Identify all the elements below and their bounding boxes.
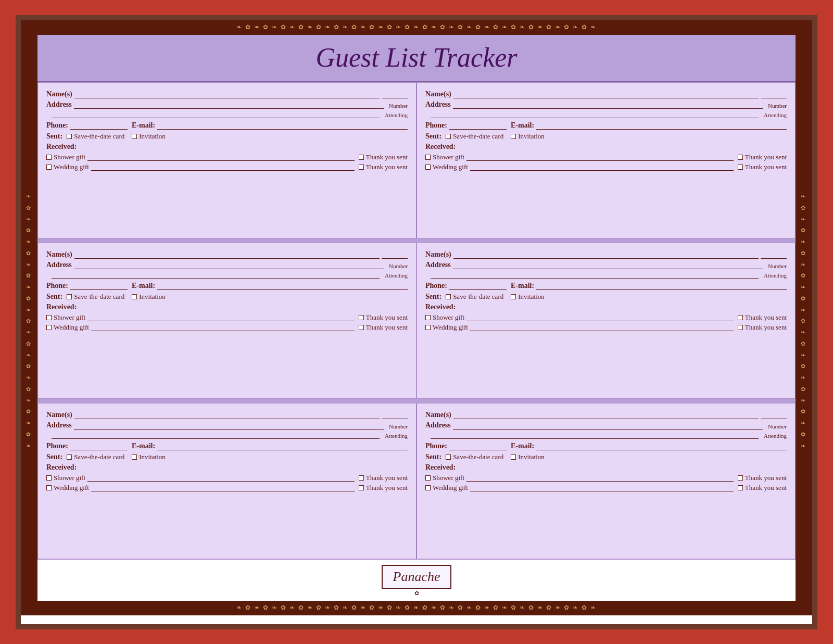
wedding-gift-label-3: Wedding gift [46, 323, 89, 332]
address-block-5: Address Number Attending [46, 421, 408, 439]
checkbox-thankyou-shower-2[interactable] [738, 155, 743, 160]
thankyou-wedding-text-2: Thank you sent [745, 163, 787, 171]
address-block-1: Address Number Attending [46, 100, 408, 118]
checkbox-invitation-5[interactable] [132, 454, 137, 460]
sent-option-savedate-3: Save-the-date card [67, 293, 124, 301]
received-label-2: Received: [425, 143, 787, 151]
gift-row-shower-1: Shower gift Thank you sent [46, 153, 408, 161]
address-row1-4: Address Number [425, 261, 787, 269]
checkbox-savedate-3[interactable] [67, 294, 72, 299]
wedding-gift-label-2: Wedding gift [425, 163, 468, 171]
phone-email-row-6: Phone: E-mail: [425, 442, 787, 450]
gift-row-shower-6: Shower gift Thank you sent [425, 474, 787, 482]
name-line-short-1 [382, 90, 408, 98]
sent-row-6: Sent: Save-the-date card Invitation [425, 453, 787, 461]
footer-decoration: ✿ [37, 590, 796, 597]
wedding-gift-label-6: Wedding gift [425, 484, 468, 492]
attending-label-2: Attending [764, 112, 787, 118]
checkbox-wedding-2[interactable] [425, 165, 431, 170]
checkbox-thankyou-shower-4[interactable] [738, 315, 743, 320]
checkbox-wedding-5[interactable] [46, 485, 52, 490]
address-row2-1: Attending [46, 110, 408, 118]
checkbox-wedding-1[interactable] [46, 165, 52, 170]
sent-label-2: Sent: [425, 132, 441, 141]
checkbox-invitation-1[interactable] [132, 134, 137, 139]
sent-option-invitation-text-2: Invitation [518, 132, 545, 141]
name-line-short-6 [761, 411, 787, 419]
address-label-1: Address [46, 100, 72, 109]
checkbox-thankyou-wedding-2[interactable] [738, 165, 743, 170]
gift-row-wedding-4: Wedding gift Thank you sent [425, 323, 787, 332]
sent-row-1: Sent: Save-the-date card Invitation [46, 132, 408, 141]
name-line-3 [74, 250, 380, 259]
received-label-5: Received: [46, 463, 408, 472]
checkbox-thankyou-wedding-3[interactable] [359, 325, 364, 330]
address-row2-3: Attending [46, 270, 408, 279]
sent-option-savedate-text-3: Save-the-date card [74, 293, 124, 301]
checkbox-savedate-2[interactable] [446, 134, 451, 139]
names-row-5: Name(s) [46, 411, 408, 419]
checkbox-shower-5[interactable] [46, 475, 52, 481]
checkbox-thankyou-shower-5[interactable] [359, 475, 364, 481]
sent-option-savedate-1: Save-the-date card [67, 132, 124, 141]
wedding-gift-label-4: Wedding gift [425, 323, 468, 332]
checkbox-invitation-6[interactable] [511, 454, 516, 460]
thankyou-shower-2: Thank you sent [738, 153, 787, 161]
address-label-4: Address [425, 261, 451, 269]
checkbox-thankyou-wedding-5[interactable] [359, 485, 364, 490]
checkbox-shower-2[interactable] [425, 155, 431, 160]
checkbox-invitation-2[interactable] [511, 134, 516, 139]
side-labels-5: Number [389, 423, 408, 430]
name-line-short-5 [382, 411, 408, 419]
wedding-gift-label-5: Wedding gift [46, 484, 89, 492]
checkbox-invitation-4[interactable] [511, 294, 516, 299]
checkbox-wedding-6[interactable] [425, 485, 431, 490]
checkbox-thankyou-shower-1[interactable] [359, 155, 364, 160]
gift-row-wedding-5: Wedding gift Thank you sent [46, 484, 408, 492]
checkbox-savedate-1[interactable] [67, 134, 72, 139]
sent-option-invitation-text-3: Invitation [139, 293, 166, 301]
phone-email-row-5: Phone: E-mail: [46, 442, 408, 450]
checkbox-shower-3[interactable] [46, 315, 52, 320]
checkbox-thankyou-wedding-4[interactable] [738, 325, 743, 330]
checkbox-wedding-4[interactable] [425, 325, 431, 330]
checkbox-wedding-3[interactable] [46, 325, 52, 330]
phone-line-5 [70, 442, 128, 450]
address-block-2: Address Number Attending [425, 100, 787, 118]
gift-row-wedding-1: Wedding gift Thank you sent [46, 163, 408, 171]
side-labels-attending-5: Attending [385, 433, 408, 439]
checkbox-shower-4[interactable] [425, 315, 431, 320]
names-row-3: Name(s) [46, 250, 408, 259]
email-label-6: E-mail: [511, 442, 534, 450]
phone-label-3: Phone: [46, 282, 68, 290]
thankyou-wedding-6: Thank you sent [738, 484, 787, 492]
name-line-2 [453, 90, 759, 98]
checkbox-savedate-4[interactable] [446, 294, 451, 299]
border-top-decoration: ❧ ✿ ❧ ✿ ❧ ✿ ❧ ✿ ❧ ✿ ❧ ✿ ❧ ✿ ❧ ✿ ❧ ✿ ❧ ✿ … [236, 23, 597, 31]
sent-option-invitation-3: Invitation [132, 293, 166, 301]
checkbox-shower-6[interactable] [425, 475, 431, 481]
names-row-2: Name(s) [425, 90, 787, 98]
checkbox-invitation-3[interactable] [132, 294, 137, 299]
shower-gift-label-6: Shower gift [425, 474, 464, 482]
sent-option-savedate-6: Save-the-date card [446, 453, 503, 461]
sent-row-3: Sent: Save-the-date card Invitation [46, 293, 408, 301]
checkbox-thankyou-wedding-6[interactable] [738, 485, 743, 490]
checkbox-shower-1[interactable] [46, 155, 52, 160]
checkbox-savedate-5[interactable] [67, 454, 72, 460]
phone-line-2 [449, 121, 507, 130]
side-labels-attending-6: Attending [764, 433, 787, 439]
checkbox-thankyou-wedding-1[interactable] [359, 165, 364, 170]
sent-row-4: Sent: Save-the-date card Invitation [425, 293, 787, 301]
sent-option-savedate-text-2: Save-the-date card [453, 132, 503, 141]
checkbox-thankyou-shower-6[interactable] [738, 475, 743, 481]
thankyou-wedding-text-5: Thank you sent [366, 484, 408, 492]
phone-email-row-2: Phone: E-mail: [425, 121, 787, 130]
address-line2-2 [431, 110, 759, 118]
names-row-6: Name(s) [425, 411, 787, 419]
checkbox-savedate-6[interactable] [446, 454, 451, 460]
checkbox-thankyou-shower-3[interactable] [359, 315, 364, 320]
address-line2-6 [431, 431, 759, 439]
sent-label-6: Sent: [425, 453, 441, 461]
brand-logo: Panache [382, 565, 452, 589]
